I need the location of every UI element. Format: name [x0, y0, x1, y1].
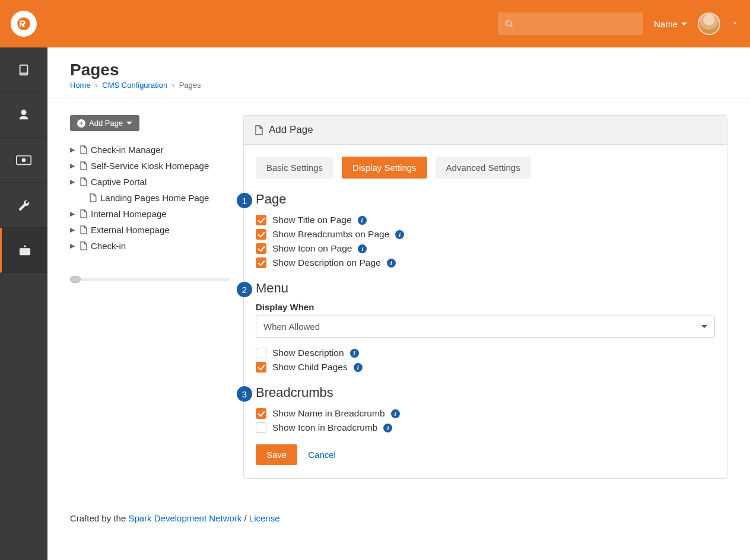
breadcrumb-home[interactable]: Home — [70, 81, 91, 90]
display-when-select[interactable]: When Allowed — [256, 316, 715, 338]
checkbox[interactable] — [256, 348, 266, 358]
section-title-menu: Menu — [256, 281, 715, 296]
search-icon — [505, 20, 514, 28]
tree-item[interactable]: ▶Self-Service Kiosk Homepage — [70, 158, 230, 174]
breadcrumb-current: Pages — [179, 81, 201, 90]
section-title-page: Page — [256, 192, 715, 207]
tree-item-label: Landing Pages Home Page — [100, 193, 209, 203]
chevron-down-icon — [681, 23, 687, 26]
caret-right-icon: ▶ — [70, 178, 76, 186]
content: Pages Home › CMS Configuration › Pages +… — [47, 47, 750, 560]
tree-item[interactable]: ▶Internal Homepage — [70, 206, 230, 222]
plus-icon: + — [77, 119, 85, 128]
info-icon[interactable]: i — [358, 216, 367, 225]
checkbox-row: Show Child Pagesi — [256, 360, 715, 374]
name-menu[interactable]: Name — [654, 19, 687, 29]
chevron-down-icon — [701, 325, 707, 328]
user-menu-toggle[interactable] — [731, 19, 739, 29]
info-icon[interactable]: i — [387, 259, 396, 268]
page-icon — [255, 125, 263, 135]
tab[interactable]: Basic Settings — [256, 157, 333, 179]
info-icon[interactable]: i — [395, 230, 404, 239]
sidebar-item-money[interactable] — [0, 138, 47, 183]
tree-item[interactable]: Landing Pages Home Page — [70, 190, 230, 206]
add-page-panel: Add Page Basic SettingsDisplay SettingsA… — [243, 115, 727, 479]
chevron-right-icon: › — [172, 81, 174, 90]
info-icon[interactable]: i — [383, 424, 392, 432]
tree-item[interactable]: ▶Check-in — [70, 238, 230, 254]
checkbox-label: Show Description — [272, 348, 344, 358]
panel-header: Add Page — [244, 116, 727, 145]
tree-scrollbar[interactable] — [70, 278, 230, 281]
tabs: Basic SettingsDisplay SettingsAdvanced S… — [256, 157, 715, 179]
checkbox[interactable] — [256, 257, 266, 268]
footer-link-license[interactable]: License — [249, 513, 280, 523]
checkbox-label: Show Description on Page — [272, 257, 381, 268]
footer-link-spark[interactable]: Spark Development Network — [128, 513, 241, 523]
scrollbar-thumb[interactable] — [70, 276, 81, 283]
checkbox[interactable] — [256, 229, 266, 240]
tree-item[interactable]: ▶Check-in Manager — [70, 142, 230, 158]
caret-right-icon: ▶ — [70, 242, 76, 250]
sidebar-item-book[interactable] — [0, 47, 47, 93]
add-page-button[interactable]: + Add Page — [70, 115, 139, 131]
sidebar — [0, 47, 47, 560]
add-page-label: Add Page — [89, 119, 123, 128]
checkbox[interactable] — [256, 215, 266, 225]
tree-item-label: External Homepage — [91, 225, 170, 235]
logo[interactable] — [11, 11, 37, 37]
step-badge-3: 3 — [237, 386, 252, 402]
svg-point-1 — [22, 158, 26, 162]
name-menu-label: Name — [654, 19, 678, 29]
tree-item[interactable]: ▶Captive Portal — [70, 174, 230, 190]
caret-right-icon: ▶ — [70, 210, 76, 218]
checkbox-label: Show Name in Breadcrumb — [272, 408, 385, 419]
checkbox-row: Show Breadcrumbs on Pagei — [256, 227, 715, 241]
caret-right-icon: ▶ — [70, 146, 76, 154]
section-title-breadcrumbs: Breadcrumbs — [256, 385, 715, 400]
info-icon[interactable]: i — [350, 349, 359, 358]
tree-item-label: Check-in — [91, 241, 126, 251]
checkbox-label: Show Icon in Breadcrumb — [272, 422, 377, 433]
breadcrumb-cms[interactable]: CMS Configuration — [102, 81, 167, 90]
checkbox[interactable] — [256, 422, 266, 433]
checkbox-row: Show Icon on Pagei — [256, 241, 715, 256]
checkbox-label: Show Icon on Page — [272, 243, 352, 254]
checkbox[interactable] — [256, 243, 266, 254]
display-when-label: Display When — [256, 302, 715, 312]
search-input[interactable] — [498, 12, 643, 35]
page-tree-panel: + Add Page ▶Check-in Manager▶Self-Servic… — [70, 115, 230, 281]
tab[interactable]: Advanced Settings — [436, 157, 531, 179]
footer-sep: / — [241, 513, 249, 523]
chevron-down-icon — [126, 122, 132, 125]
checkbox-row: Show Descriptioni — [256, 346, 715, 360]
caret-right-icon: ▶ — [70, 162, 76, 170]
tab[interactable]: Display Settings — [342, 157, 427, 179]
step-badge-2: 2 — [237, 282, 252, 297]
display-when-value: When Allowed — [263, 322, 320, 332]
checkbox-row: Show Icon in Breadcrumbi — [256, 421, 715, 435]
checkbox[interactable] — [256, 362, 266, 373]
checkbox-row: Show Title on Pagei — [256, 213, 715, 227]
page-tree: ▶Check-in Manager▶Self-Service Kiosk Hom… — [70, 142, 230, 254]
section-menu: 2 Menu Display When When Allowed Show De… — [256, 281, 715, 374]
cancel-button[interactable]: Cancel — [308, 450, 336, 460]
info-icon[interactable]: i — [354, 363, 363, 372]
tree-item[interactable]: ▶External Homepage — [70, 222, 230, 238]
caret-right-icon: ▶ — [70, 226, 76, 234]
sidebar-item-tools[interactable] — [0, 183, 47, 228]
topbar: Name — [0, 0, 750, 47]
info-icon[interactable]: i — [391, 409, 400, 418]
tree-item-label: Captive Portal — [91, 177, 147, 187]
sidebar-item-person[interactable] — [0, 93, 47, 138]
footer: Crafted by the Spark Development Network… — [47, 495, 750, 540]
panel-title: Add Page — [269, 124, 313, 136]
section-page: 1 Page Show Title on PageiShow Breadcrum… — [256, 192, 715, 270]
save-button[interactable]: Save — [256, 444, 297, 465]
checkbox[interactable] — [256, 408, 266, 419]
step-badge-1: 1 — [237, 193, 252, 208]
avatar[interactable] — [698, 12, 720, 35]
breadcrumbs: Home › CMS Configuration › Pages — [70, 81, 727, 90]
info-icon[interactable]: i — [358, 244, 367, 253]
sidebar-item-admin[interactable] — [0, 228, 47, 273]
